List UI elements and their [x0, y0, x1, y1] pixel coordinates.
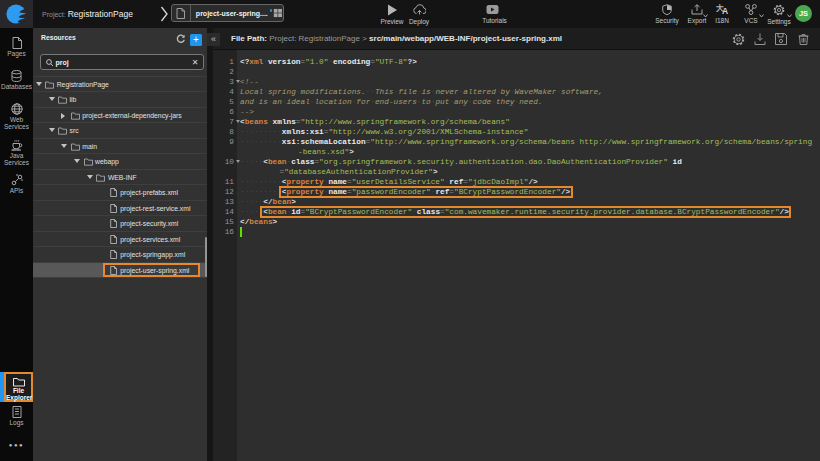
svg-text:A: A: [722, 6, 728, 15]
